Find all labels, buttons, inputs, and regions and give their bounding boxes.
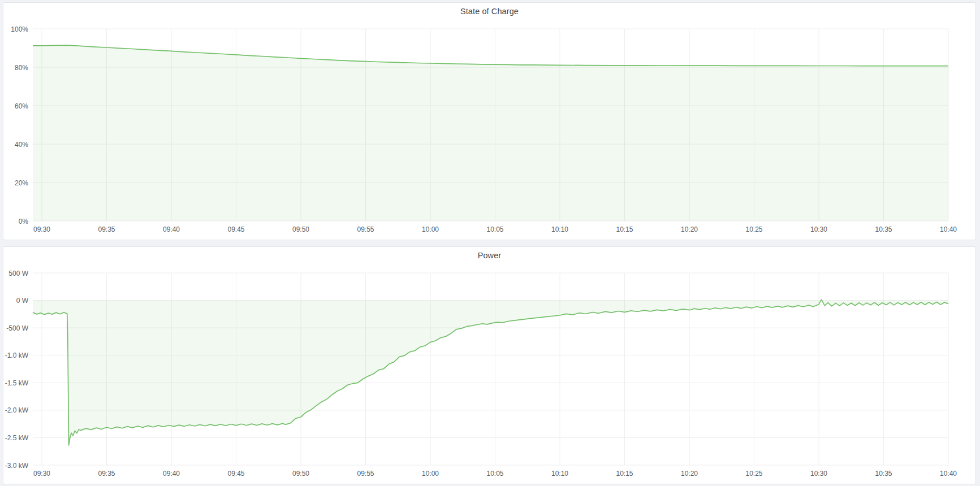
svg-text:09:55: 09:55 [357,225,374,233]
x-axis-labels: 09:3009:3509:4009:4509:5009:5510:0010:05… [33,470,957,478]
series-area-fill [33,300,948,445]
series-area-fill [33,45,948,221]
svg-text:10:20: 10:20 [681,470,698,478]
svg-text:09:30: 09:30 [33,225,50,233]
svg-text:09:50: 09:50 [292,470,309,478]
panel-title-power[interactable]: Power [3,251,975,260]
svg-text:10:00: 10:00 [422,470,439,478]
x-axis-labels: 09:3009:3509:4009:4509:5009:5510:0010:05… [33,225,957,233]
svg-text:10:05: 10:05 [486,225,503,233]
svg-text:09:45: 09:45 [227,470,244,478]
svg-text:500 W: 500 W [8,270,28,277]
svg-text:-1.5 kW: -1.5 kW [5,379,29,387]
svg-text:10:15: 10:15 [616,225,633,233]
svg-text:10:35: 10:35 [875,470,892,478]
svg-text:10:35: 10:35 [875,225,892,233]
svg-text:09:30: 09:30 [33,470,50,478]
svg-text:10:40: 10:40 [940,225,957,233]
panel-state-of-charge: State of Charge 100%80%60%40%20%0%09:300… [3,2,976,240]
power-chart-plot[interactable]: 500 W0 W-500 W-1.0 kW-1.5 kW-2.0 kW-2.5 … [3,247,975,484]
svg-text:10:25: 10:25 [745,470,762,478]
svg-text:-2.5 kW: -2.5 kW [5,434,29,442]
svg-text:-1.0 kW: -1.0 kW [5,352,29,359]
y-axis-labels: 500 W0 W-500 W-1.0 kW-1.5 kW-2.0 kW-2.5 … [5,270,29,470]
y-axis-labels: 100%80%60%40%20%0% [11,25,28,225]
svg-text:20%: 20% [15,179,28,187]
svg-text:09:35: 09:35 [98,225,115,233]
svg-text:80%: 80% [15,64,28,72]
svg-text:09:35: 09:35 [98,470,115,478]
svg-text:40%: 40% [15,141,28,149]
panel-title-state-of-charge[interactable]: State of Charge [3,7,975,16]
svg-text:10:05: 10:05 [486,470,503,478]
svg-text:09:40: 09:40 [163,225,180,233]
svg-text:10:25: 10:25 [745,225,762,233]
svg-text:-3.0 kW: -3.0 kW [5,462,29,470]
svg-text:10:10: 10:10 [551,225,568,233]
panel-power: Power 500 W0 W-500 W-1.0 kW-1.5 kW-2.0 k… [3,246,976,484]
svg-text:10:20: 10:20 [681,225,698,233]
svg-text:10:10: 10:10 [551,470,568,478]
svg-text:09:50: 09:50 [292,225,309,233]
svg-text:09:55: 09:55 [357,470,374,478]
svg-text:10:00: 10:00 [422,225,439,233]
grafana-dashboard: State of Charge 100%80%60%40%20%0%09:300… [0,0,980,486]
state-of-charge-chart-plot[interactable]: 100%80%60%40%20%0%09:3009:3509:4009:4509… [3,3,975,240]
svg-text:10:30: 10:30 [810,225,827,233]
svg-text:-2.0 kW: -2.0 kW [5,406,29,414]
svg-text:10:30: 10:30 [810,470,827,478]
svg-text:09:45: 09:45 [227,225,244,233]
svg-text:10:40: 10:40 [940,470,957,478]
svg-text:09:40: 09:40 [163,470,180,478]
svg-text:60%: 60% [15,102,28,110]
svg-text:0%: 0% [19,218,29,225]
svg-text:0 W: 0 W [16,297,29,305]
svg-text:100%: 100% [11,25,28,33]
svg-text:-500 W: -500 W [6,324,28,332]
svg-text:10:15: 10:15 [616,470,633,478]
